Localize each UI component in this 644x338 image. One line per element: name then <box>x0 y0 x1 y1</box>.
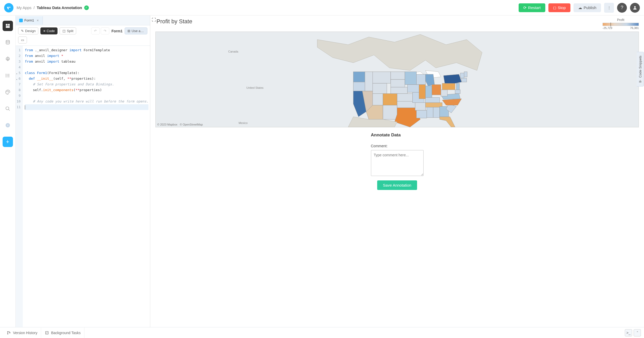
rail-database[interactable] <box>3 37 13 48</box>
stop-icon: ◻ <box>553 5 556 10</box>
svg-rect-29 <box>391 87 407 94</box>
redo-icon: ↷ <box>104 29 106 33</box>
layout-icon <box>5 23 10 28</box>
kebab-icon: ⋮ <box>607 6 611 10</box>
svg-point-53 <box>8 331 8 332</box>
svg-point-8 <box>6 75 6 76</box>
svg-rect-21 <box>365 72 373 91</box>
map-label-canada: Canada <box>228 50 238 53</box>
console-button[interactable]: >_ <box>625 329 632 336</box>
background-tasks-label: Background Tasks <box>51 331 81 335</box>
svg-rect-50 <box>462 78 467 82</box>
version-history-button[interactable]: Version History <box>3 327 41 338</box>
rail-list[interactable] <box>3 70 13 81</box>
expand-preview-button[interactable]: ⛶ <box>152 18 156 22</box>
cursor-icon: ✎ <box>21 29 24 33</box>
svg-rect-52 <box>455 90 460 94</box>
attr-mapbox[interactable]: © 2023 Mapbox <box>157 123 177 126</box>
svg-rect-51 <box>456 83 460 90</box>
svg-rect-22 <box>373 72 391 83</box>
svg-point-10 <box>6 77 6 77</box>
svg-rect-46 <box>441 90 447 96</box>
rail-settings[interactable] <box>3 54 13 64</box>
user-icon <box>633 5 637 10</box>
attr-osm[interactable]: © OpenStreetMap <box>180 123 203 126</box>
rail-search[interactable] <box>3 104 13 114</box>
tab-label: Form1 <box>24 18 34 22</box>
x-circle-icon: x <box>5 123 10 128</box>
popout-button[interactable]: ▭ <box>18 36 27 43</box>
database-icon <box>5 40 10 45</box>
rail-app-browser[interactable] <box>3 21 13 31</box>
comment-input[interactable] <box>371 150 424 176</box>
grid-icon: ⊞ <box>127 29 130 33</box>
background-tasks-button[interactable]: Background Tasks <box>41 327 84 338</box>
search-icon <box>5 106 10 111</box>
svg-rect-20 <box>353 82 365 91</box>
legend-title: Profit <box>603 18 639 22</box>
stop-button[interactable]: ◻ Stop <box>548 3 570 12</box>
svg-rect-1 <box>6 24 8 26</box>
svg-rect-39 <box>425 86 432 98</box>
code-body[interactable]: from ._anvil_designer import Form1Templa… <box>23 46 150 327</box>
map-chart[interactable]: Canada United States Mexico © 2023 Mapbo… <box>155 32 639 127</box>
svg-rect-36 <box>417 110 427 118</box>
use-as-button[interactable]: ⊞ Use as ... <box>125 27 147 34</box>
app-title[interactable]: Tableau Data Annotation <box>37 5 82 10</box>
list-icon <box>5 73 10 78</box>
tab-form1[interactable]: Form1 × <box>16 16 43 25</box>
svg-rect-25 <box>383 94 397 105</box>
svg-point-5 <box>7 58 8 60</box>
account-button[interactable] <box>630 3 640 13</box>
anvil-logo[interactable] <box>4 3 13 12</box>
tasks-icon <box>45 331 49 335</box>
publish-button[interactable]: ☁ Publish <box>574 3 601 12</box>
svg-rect-27 <box>391 72 405 79</box>
code-editor[interactable]: 1 2 3 4 ▾5 ▾6 7 8 9 10 11 from ._anvil_d… <box>16 46 150 327</box>
svg-rect-19 <box>353 72 365 82</box>
code-view-button[interactable]: ≡ Code <box>40 27 58 34</box>
restart-label: Restart <box>528 5 541 10</box>
restart-button[interactable]: ⟳ Restart <box>519 3 545 12</box>
legend-min: -25,729 <box>603 26 612 30</box>
svg-rect-30 <box>397 94 413 101</box>
split-view-button[interactable]: ◫ Split <box>60 27 76 34</box>
redo-button[interactable]: ↷ <box>101 27 109 34</box>
close-icon[interactable]: × <box>37 18 39 23</box>
code-snippets-tab[interactable]: ⊪ Code Snippets <box>637 52 644 86</box>
plus-icon: + <box>6 138 9 145</box>
editor-toolbar: ✎ Design ≡ Code ◫ Split ↶ ↷ Form1 <box>16 25 150 46</box>
rail-add-button[interactable]: + <box>3 137 13 147</box>
rail-theme[interactable] <box>3 87 13 97</box>
design-label: Design <box>25 29 35 33</box>
snippets-label: Code Snippets <box>638 56 642 78</box>
undo-icon: ↶ <box>94 29 97 33</box>
help-button[interactable]: ? <box>617 3 627 13</box>
branch-icon <box>7 331 11 335</box>
svg-point-55 <box>10 332 10 333</box>
svg-point-13 <box>7 91 8 91</box>
svg-rect-38 <box>419 85 426 99</box>
breadcrumb-root[interactable]: My Apps <box>17 5 32 10</box>
split-icon: ◫ <box>62 29 66 33</box>
terminal-icon: >_ <box>626 331 631 335</box>
file-icon <box>19 19 23 22</box>
svg-rect-37 <box>417 74 426 85</box>
collapse-button[interactable]: ˄ <box>634 329 641 336</box>
color-legend: Profit -25,729 76,381 <box>603 18 639 30</box>
rail-extension[interactable]: x <box>3 120 13 130</box>
svg-rect-48 <box>460 73 464 78</box>
undo-button[interactable]: ↶ <box>91 27 100 34</box>
save-annotation-button[interactable]: Save Annotation <box>377 180 417 190</box>
svg-point-14 <box>8 91 9 92</box>
svg-rect-40 <box>432 85 441 95</box>
cloud-icon: ☁ <box>578 5 582 10</box>
design-view-button[interactable]: ✎ Design <box>18 27 38 34</box>
more-menu-button[interactable]: ⋮ <box>604 3 614 13</box>
svg-rect-3 <box>6 26 10 28</box>
svg-rect-32 <box>405 72 417 85</box>
svg-rect-31 <box>397 101 415 108</box>
svg-rect-44 <box>433 107 440 117</box>
map-label-us: United States <box>246 86 263 89</box>
svg-rect-33 <box>407 85 419 92</box>
